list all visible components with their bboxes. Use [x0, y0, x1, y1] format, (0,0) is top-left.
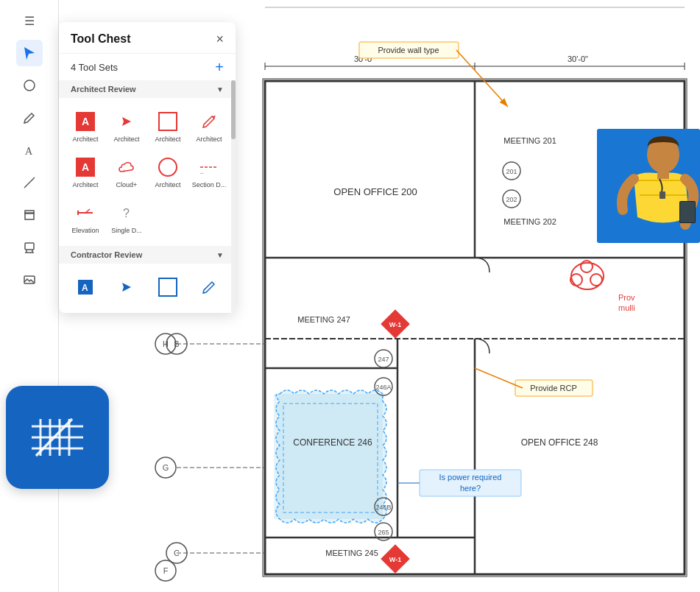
svg-text:Prov: Prov: [618, 293, 635, 302]
tool-item-architect-2[interactable]: Architect: [106, 104, 147, 149]
svg-point-74: [24, 80, 35, 91]
section-collapse-arrow[interactable]: ▼: [216, 85, 224, 94]
tool-label-3: Architect: [155, 135, 180, 144]
tool-label-1: Architect: [72, 135, 98, 144]
tool-icon-square-fill-2: A: [74, 155, 97, 179]
svg-text:247: 247: [378, 356, 389, 363]
svg-text:30'-0": 30'-0": [568, 54, 588, 63]
app-icon[interactable]: [6, 386, 109, 489]
tool-sets-row: 4 Tool Sets +: [59, 54, 236, 80]
svg-text:F: F: [163, 566, 169, 575]
svg-rect-99: [657, 172, 669, 179]
tool-item-section[interactable]: -- Section D...: [188, 149, 230, 195]
contractor-icon-3: [156, 275, 180, 299]
architect-tools-grid: A Architect Architect Architect: [59, 98, 236, 246]
tool-icon-question: ?: [115, 201, 138, 225]
svg-text:W-1: W-1: [389, 556, 401, 563]
image-icon[interactable]: [16, 267, 43, 293]
svg-text:H: H: [163, 339, 169, 348]
svg-text:MEETING 201: MEETING 201: [503, 136, 556, 145]
text-tool-icon[interactable]: A: [16, 137, 43, 163]
person-photo: [597, 129, 700, 243]
tool-icon-square-fill: A: [74, 110, 97, 133]
tool-label-section: Section D...: [192, 181, 227, 189]
tool-icon-square-outline: [156, 110, 180, 133]
tool-sets-label: 4 Tool Sets: [71, 62, 118, 73]
contractor-section-arrow[interactable]: ▼: [216, 251, 224, 259]
panel-scrollbar[interactable]: [231, 80, 236, 313]
svg-text:C: C: [174, 549, 180, 557]
tool-item-architect-4[interactable]: Architect: [188, 104, 230, 149]
svg-rect-79: [25, 243, 34, 250]
tool-item-cloud[interactable]: + Cloud+: [106, 149, 147, 195]
svg-text:202: 202: [506, 196, 517, 203]
scrollbar-thumb[interactable]: [231, 80, 236, 139]
tool-icon-section: --: [197, 155, 221, 179]
contractor-tool-3[interactable]: [147, 269, 188, 307]
svg-text:?: ?: [123, 207, 130, 219]
svg-text:MEETING 202: MEETING 202: [503, 217, 556, 226]
svg-text:246A: 246A: [375, 384, 391, 391]
architect-review-section-header[interactable]: Architect Review ▼: [59, 80, 236, 98]
svg-point-67: [590, 274, 602, 286]
svg-text:265: 265: [378, 529, 389, 536]
svg-text:+: +: [122, 168, 126, 175]
menu-icon[interactable]: ☰: [16, 7, 43, 34]
tool-label-4: Architect: [196, 135, 222, 144]
add-tool-set-button[interactable]: +: [215, 60, 224, 74]
tool-label-5: Architect: [72, 181, 98, 189]
tool-item-architect-1[interactable]: A Architect: [65, 104, 106, 149]
contractor-tool-1[interactable]: A: [65, 269, 106, 307]
stamp-icon[interactable]: [16, 234, 43, 261]
circle-tool-icon[interactable]: [16, 72, 43, 99]
tool-label-elevation: Elevation: [71, 227, 99, 235]
tool-icon-circle-outline: [156, 155, 180, 179]
contractor-tools-grid: A: [59, 264, 236, 313]
svg-text:Provide RCP: Provide RCP: [530, 384, 577, 392]
svg-rect-98: [680, 202, 695, 222]
person-figure: [597, 129, 700, 243]
tool-label-cloud: Cloud+: [116, 181, 138, 189]
tool-label-6: Architect: [155, 181, 180, 189]
sidebar: ☰ A: [0, 0, 59, 592]
tool-item-architect-3[interactable]: Architect: [147, 104, 188, 149]
svg-text:W-1: W-1: [389, 321, 401, 328]
panel-scroll-area[interactable]: Architect Review ▼ A Architect Architect: [59, 80, 236, 313]
svg-text:B: B: [174, 339, 179, 348]
svg-line-76: [24, 177, 35, 188]
tool-item-architect-6[interactable]: Architect: [147, 149, 188, 195]
tool-item-single-d[interactable]: ? Single D...: [106, 195, 147, 241]
svg-text:246B: 246B: [375, 504, 391, 511]
svg-text:MEETING 245: MEETING 245: [325, 549, 378, 557]
panel-close-button[interactable]: ×: [216, 32, 224, 46]
tool-icon-pen: [197, 110, 221, 133]
tool-item-elevation[interactable]: Elevation: [65, 195, 106, 241]
contractor-review-title: Contractor Review: [71, 250, 142, 259]
layers-icon[interactable]: [16, 202, 43, 228]
svg-text:MEETING 247: MEETING 247: [297, 315, 350, 324]
contractor-review-section-header[interactable]: Contractor Review ▼: [59, 246, 236, 264]
architect-review-title: Architect Review: [71, 85, 136, 94]
contractor-tool-2[interactable]: [106, 269, 147, 307]
pen-tool-icon[interactable]: [16, 105, 43, 131]
tool-icon-elevation: [74, 201, 97, 225]
svg-text:201: 201: [506, 168, 517, 175]
tool-icon-cloud: +: [115, 155, 138, 179]
contractor-icon-1: A: [74, 275, 97, 299]
svg-text:OPEN OFFICE 248: OPEN OFFICE 248: [521, 437, 598, 448]
line-tool-icon[interactable]: [16, 169, 43, 196]
svg-text:A: A: [82, 283, 88, 293]
cursor-icon[interactable]: [16, 40, 43, 66]
svg-text:Is power required: Is power required: [439, 473, 502, 482]
svg-text:Provide wall type: Provide wall type: [378, 46, 439, 54]
contractor-icon-4: [197, 275, 221, 299]
svg-text:G: G: [163, 463, 169, 472]
contractor-tool-4[interactable]: [188, 269, 230, 307]
svg-text:--: --: [200, 170, 204, 175]
tool-item-architect-5[interactable]: A Architect: [65, 149, 106, 195]
tool-icon-arrow: [115, 110, 138, 133]
svg-rect-78: [25, 211, 34, 214]
tool-chest-panel: Tool Chest × 4 Tool Sets + Architect Rev…: [59, 22, 236, 313]
svg-text:CONFERENCE 246: CONFERENCE 246: [293, 437, 372, 448]
panel-title: Tool Chest: [71, 32, 130, 46]
